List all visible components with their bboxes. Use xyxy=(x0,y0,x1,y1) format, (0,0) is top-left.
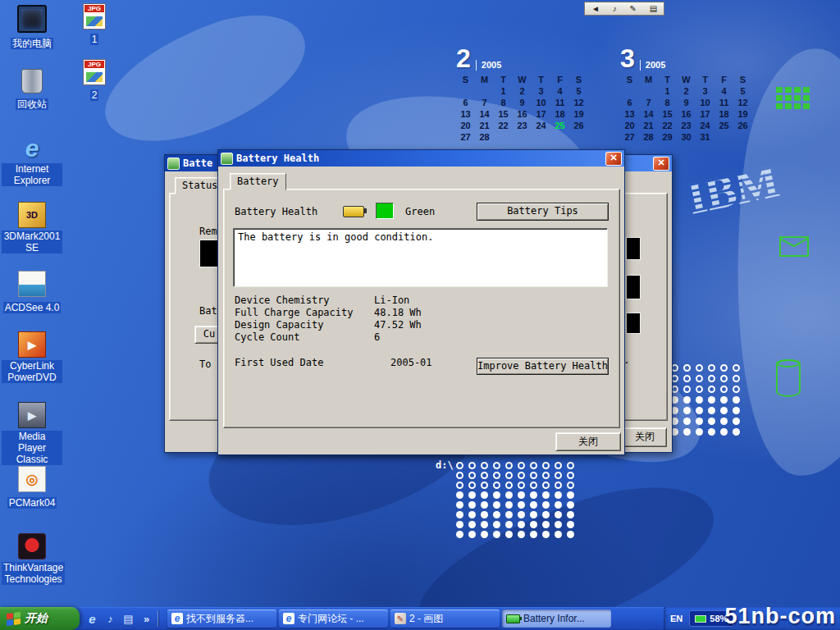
taskbar-task-2[interactable]: 2 - 画图 xyxy=(390,609,500,628)
calendar-day[interactable]: 17 xyxy=(532,108,550,120)
health-color-swatch xyxy=(376,203,394,219)
calendar-day[interactable]: 24 xyxy=(696,120,714,131)
calendar-day[interactable]: 9 xyxy=(677,97,696,108)
calendar-day[interactable]: 20 xyxy=(620,120,639,131)
taskbar-task-0[interactable]: 找不到服务器... xyxy=(167,609,276,628)
gauge-box xyxy=(626,275,641,299)
desktop-icon-recycle-bin[interactable]: 回收站 xyxy=(2,69,62,111)
calendar-day[interactable]: 28 xyxy=(639,131,658,143)
calendar-day[interactable]: 21 xyxy=(475,120,494,131)
desktop-icon-acdsee[interactable]: ACDSee 4.0 xyxy=(2,271,62,314)
calendar-day[interactable]: 2 xyxy=(677,85,696,97)
calendar-day[interactable]: 22 xyxy=(494,120,513,131)
desktop-mini-toolbar[interactable]: ◄ ♪ ✎ ▤ xyxy=(584,2,664,16)
calendar-day[interactable]: 24 xyxy=(532,120,550,131)
quicklaunch-media-icon[interactable] xyxy=(103,611,117,626)
calendar-day[interactable]: 13 xyxy=(456,108,475,120)
calendar-day[interactable]: 20 xyxy=(456,120,475,131)
calendar-day[interactable]: 2 xyxy=(513,85,532,97)
calendar-day[interactable]: 16 xyxy=(677,108,696,120)
calendar-day[interactable]: 29 xyxy=(658,131,677,143)
calendar-day[interactable]: 19 xyxy=(569,108,588,120)
quicklaunch-ie-icon[interactable] xyxy=(85,611,99,626)
dot xyxy=(505,491,513,499)
battery-tips-button[interactable]: Battery Tips xyxy=(477,203,609,221)
note-icon[interactable]: ♪ xyxy=(613,3,617,14)
calendar-day[interactable]: 11 xyxy=(714,97,733,108)
start-button[interactable]: 开始 xyxy=(0,607,80,630)
desktop-file-1[interactable]: 1 xyxy=(74,3,115,46)
calendar-day[interactable]: 14 xyxy=(475,108,494,120)
desktop-icon-pcmark[interactable]: PCMark04 xyxy=(2,466,62,509)
calendar-day[interactable]: 16 xyxy=(513,108,532,120)
desktop-icon-mpc[interactable]: Media Player Classic xyxy=(2,402,62,466)
calendar-day[interactable]: 13 xyxy=(620,108,639,120)
desktop-icon-powerdvd[interactable]: CyberLink PowerDVD xyxy=(2,331,62,384)
calendar-day[interactable]: 17 xyxy=(696,108,714,120)
calendar-day[interactable]: 26 xyxy=(733,120,752,131)
calendar-day[interactable]: 18 xyxy=(714,108,733,120)
quicklaunch-show-desktop-icon[interactable] xyxy=(121,611,135,626)
calendar-day[interactable]: 23 xyxy=(513,120,532,131)
desktop-icon-internet-explorer[interactable]: Internet Explorer xyxy=(2,136,62,187)
calendar-day[interactable]: 12 xyxy=(569,97,588,108)
info-close-button[interactable]: 关闭 xyxy=(623,427,667,447)
battery-health-dialog[interactable]: Battery Health ✕ Battery Battery Health … xyxy=(217,149,625,455)
calendar-day[interactable]: 15 xyxy=(494,108,513,120)
calendar-day[interactable]: 23 xyxy=(677,120,696,131)
desktop-icon-dmark[interactable]: 3DMark2001 SE xyxy=(2,202,62,254)
task-label: 2 - 画图 xyxy=(409,612,443,626)
calendar-day[interactable]: 18 xyxy=(550,108,569,120)
taskbar-task-1[interactable]: 专门网论坛 - ... xyxy=(279,609,388,628)
calendar-day[interactable]: 28 xyxy=(475,131,494,143)
calendar-day[interactable]: 10 xyxy=(696,97,714,108)
calendar-day[interactable]: 14 xyxy=(639,108,658,120)
calendar-day[interactable]: 1 xyxy=(494,85,513,97)
condition-textbox[interactable]: The battery is in good condition. xyxy=(233,228,608,287)
calendar-day[interactable]: 3 xyxy=(696,85,714,97)
desktop-icon-thinkvantage[interactable]: ThinkVantage Technologies xyxy=(2,533,62,586)
calendar-day[interactable]: 25 xyxy=(714,120,733,131)
health-dialog-close-icon[interactable]: ✕ xyxy=(605,152,622,166)
desktop-icon-my-computer[interactable]: 我的电脑 xyxy=(2,5,62,50)
calendar-day[interactable]: 11 xyxy=(550,97,569,108)
calendar-day[interactable]: 4 xyxy=(714,85,733,97)
calendar-day[interactable]: 27 xyxy=(620,131,639,143)
calendar-day[interactable]: 5 xyxy=(733,85,752,97)
language-indicator[interactable]: EN xyxy=(670,614,682,623)
quicklaunch-overflow-icon[interactable] xyxy=(139,611,153,626)
calendar-day[interactable]: 6 xyxy=(620,97,639,108)
calendar-day[interactable]: 15 xyxy=(658,108,677,120)
calendar-day[interactable]: 27 xyxy=(456,131,475,143)
info-window-close-icon[interactable]: ✕ xyxy=(653,157,669,171)
calendar-day[interactable]: 21 xyxy=(639,120,658,131)
calendar-day[interactable]: 5 xyxy=(569,85,588,97)
health-dialog-titlebar[interactable]: Battery Health ✕ xyxy=(218,150,624,167)
desktop-file-2[interactable]: 2 xyxy=(74,59,115,102)
calendar-day[interactable]: 12 xyxy=(733,97,752,108)
calendar-day[interactable]: 4 xyxy=(550,85,569,97)
calendar-day[interactable]: 1 xyxy=(658,85,677,97)
calendar-day[interactable]: 7 xyxy=(639,97,658,108)
improve-battery-health-button[interactable]: Improve Battery Health... xyxy=(477,358,609,375)
calendar-day-highlighted[interactable]: 25 xyxy=(550,120,569,131)
health-close-button[interactable]: 关闭 xyxy=(555,432,621,451)
keyboard-icon[interactable]: ▤ xyxy=(650,3,657,14)
speaker-icon[interactable]: ◄ xyxy=(591,3,600,14)
calendar-day[interactable]: 31 xyxy=(696,131,714,143)
calendar-day[interactable]: 19 xyxy=(733,108,752,120)
pen-icon[interactable]: ✎ xyxy=(629,3,636,14)
calendar-day[interactable]: 8 xyxy=(494,97,513,108)
calendar-day[interactable]: 26 xyxy=(569,120,588,131)
calendar-day[interactable]: 8 xyxy=(658,97,677,108)
calendar-day[interactable]: 30 xyxy=(677,131,696,143)
calendar-day[interactable]: 22 xyxy=(658,120,677,131)
calendar-day[interactable]: 3 xyxy=(532,85,550,97)
tab-battery[interactable]: Battery xyxy=(230,173,286,190)
calendar-day[interactable]: 9 xyxy=(513,97,532,108)
calendar-day-header: S xyxy=(620,74,639,85)
taskbar-task-3[interactable]: Battery Infor... xyxy=(502,609,611,628)
calendar-day[interactable]: 6 xyxy=(456,97,475,108)
calendar-day[interactable]: 10 xyxy=(532,97,550,108)
calendar-day[interactable]: 7 xyxy=(475,97,494,108)
